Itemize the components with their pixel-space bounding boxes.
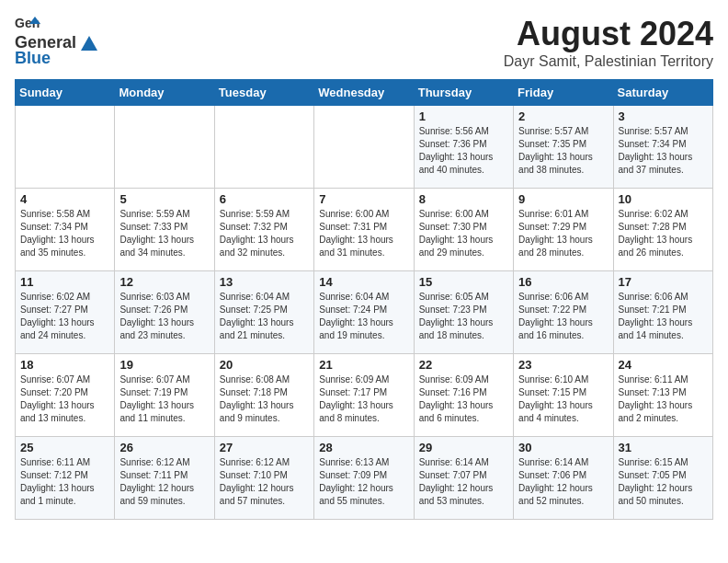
cell-daylight: Daylight: 13 hours and 14 minutes. (619, 317, 693, 340)
day-number: 13 (220, 275, 309, 289)
day-number: 3 (619, 109, 708, 123)
calendar-cell: 12 Sunrise: 6:03 AM Sunset: 7:26 PM Dayl… (115, 271, 214, 354)
cell-sunset: Sunset: 7:18 PM (220, 387, 288, 397)
cell-sunset: Sunset: 7:29 PM (518, 222, 586, 232)
cell-sunset: Sunset: 7:28 PM (619, 222, 687, 232)
cell-sunrise: Sunrise: 6:10 AM (518, 374, 588, 385)
day-number: 18 (20, 358, 109, 372)
calendar-cell (314, 106, 414, 189)
cell-sunset: Sunset: 7:09 PM (319, 470, 387, 480)
day-number: 4 (20, 192, 109, 206)
calendar-cell: 4 Sunrise: 5:58 AM Sunset: 7:34 PM Dayli… (16, 189, 115, 271)
cell-daylight: Daylight: 13 hours and 26 minutes. (619, 235, 693, 258)
day-number: 20 (220, 358, 309, 372)
day-number: 29 (419, 441, 508, 454)
cell-daylight: Daylight: 13 hours and 8 minutes. (319, 400, 393, 423)
cell-daylight: Daylight: 12 hours and 59 minutes. (119, 483, 194, 506)
calendar-cell (214, 106, 313, 189)
calendar-cell: 16 Sunrise: 6:06 AM Sunset: 7:22 PM Dayl… (514, 271, 613, 354)
calendar-week-5: 25 Sunrise: 6:11 AM Sunset: 7:12 PM Dayl… (16, 437, 713, 520)
cell-sunrise: Sunrise: 6:00 AM (419, 209, 489, 219)
calendar-week-1: 1 Sunrise: 5:56 AM Sunset: 7:36 PM Dayli… (16, 106, 713, 189)
cell-sunrise: Sunrise: 6:08 AM (220, 374, 290, 385)
day-number: 17 (619, 275, 708, 289)
calendar-week-4: 18 Sunrise: 6:07 AM Sunset: 7:20 PM Dayl… (16, 354, 713, 437)
calendar-cell: 7 Sunrise: 6:00 AM Sunset: 7:31 PM Dayli… (314, 189, 414, 271)
calendar-cell: 1 Sunrise: 5:56 AM Sunset: 7:36 PM Dayli… (414, 106, 513, 189)
cell-daylight: Daylight: 12 hours and 50 minutes. (619, 483, 693, 506)
cell-daylight: Daylight: 13 hours and 4 minutes. (518, 400, 593, 423)
day-number: 14 (319, 275, 408, 289)
col-thursday: Thursday (414, 80, 513, 106)
calendar-title: August 2024 (504, 15, 713, 53)
cell-sunset: Sunset: 7:10 PM (220, 470, 288, 480)
cell-sunrise: Sunrise: 5:56 AM (419, 126, 489, 136)
calendar-cell: 30 Sunrise: 6:14 AM Sunset: 7:06 PM Dayl… (514, 437, 613, 520)
col-friday: Friday (514, 80, 613, 106)
cell-sunrise: Sunrise: 6:07 AM (119, 374, 189, 385)
calendar-cell: 22 Sunrise: 6:09 AM Sunset: 7:16 PM Dayl… (414, 354, 513, 437)
cell-daylight: Daylight: 13 hours and 23 minutes. (119, 317, 194, 340)
day-number: 19 (119, 358, 209, 372)
col-saturday: Saturday (613, 80, 712, 106)
day-number: 6 (220, 192, 309, 206)
cell-daylight: Daylight: 13 hours and 6 minutes. (419, 400, 494, 423)
cell-sunrise: Sunrise: 5:57 AM (619, 126, 688, 136)
cell-sunrise: Sunrise: 6:04 AM (220, 292, 290, 302)
cell-sunset: Sunset: 7:13 PM (619, 387, 687, 397)
cell-daylight: Daylight: 13 hours and 35 minutes. (20, 235, 95, 258)
day-number: 23 (518, 358, 608, 372)
header: General General Blue August 2024 Dayr Sa… (15, 15, 713, 70)
cell-sunrise: Sunrise: 6:11 AM (619, 374, 688, 385)
cell-sunset: Sunset: 7:11 PM (119, 470, 188, 480)
header-row: Sunday Monday Tuesday Wednesday Thursday… (16, 80, 713, 106)
cell-sunrise: Sunrise: 6:14 AM (419, 457, 489, 467)
cell-sunset: Sunset: 7:20 PM (20, 387, 88, 397)
cell-sunrise: Sunrise: 5:59 AM (119, 209, 189, 219)
cell-sunrise: Sunrise: 5:59 AM (220, 209, 290, 219)
calendar-cell: 19 Sunrise: 6:07 AM Sunset: 7:19 PM Dayl… (115, 354, 214, 437)
cell-sunrise: Sunrise: 6:06 AM (619, 292, 688, 302)
calendar-cell: 29 Sunrise: 6:14 AM Sunset: 7:07 PM Dayl… (414, 437, 513, 520)
cell-daylight: Daylight: 13 hours and 32 minutes. (220, 235, 294, 258)
cell-sunset: Sunset: 7:30 PM (419, 222, 487, 232)
cell-sunset: Sunset: 7:23 PM (419, 304, 487, 315)
cell-daylight: Daylight: 13 hours and 9 minutes. (220, 400, 294, 423)
day-number: 28 (319, 441, 408, 454)
col-sunday: Sunday (16, 80, 115, 106)
cell-sunset: Sunset: 7:33 PM (119, 222, 188, 232)
cell-sunset: Sunset: 7:31 PM (319, 222, 387, 232)
day-number: 31 (619, 441, 708, 454)
day-number: 9 (518, 192, 608, 206)
day-number: 22 (419, 358, 508, 372)
calendar-cell (16, 106, 115, 189)
cell-sunset: Sunset: 7:34 PM (20, 222, 88, 232)
cell-daylight: Daylight: 13 hours and 38 minutes. (518, 152, 593, 175)
cell-sunrise: Sunrise: 6:12 AM (220, 457, 290, 467)
cell-sunrise: Sunrise: 6:06 AM (518, 292, 588, 302)
cell-daylight: Daylight: 13 hours and 37 minutes. (619, 152, 693, 175)
cell-sunrise: Sunrise: 6:00 AM (319, 209, 389, 219)
col-monday: Monday (115, 80, 214, 106)
cell-daylight: Daylight: 13 hours and 18 minutes. (419, 317, 494, 340)
day-number: 1 (419, 109, 508, 123)
calendar-cell: 20 Sunrise: 6:08 AM Sunset: 7:18 PM Dayl… (214, 354, 313, 437)
calendar-cell: 2 Sunrise: 5:57 AM Sunset: 7:35 PM Dayli… (514, 106, 613, 189)
cell-sunrise: Sunrise: 6:11 AM (20, 457, 90, 467)
cell-sunset: Sunset: 7:24 PM (319, 304, 387, 315)
cell-sunset: Sunset: 7:12 PM (20, 470, 88, 480)
cell-sunrise: Sunrise: 6:15 AM (619, 457, 688, 467)
cell-sunrise: Sunrise: 6:07 AM (20, 374, 90, 385)
calendar-week-3: 11 Sunrise: 6:02 AM Sunset: 7:27 PM Dayl… (16, 271, 713, 354)
cell-sunset: Sunset: 7:27 PM (20, 304, 88, 315)
cell-daylight: Daylight: 13 hours and 28 minutes. (518, 235, 593, 258)
calendar-cell: 28 Sunrise: 6:13 AM Sunset: 7:09 PM Dayl… (314, 437, 414, 520)
cell-sunset: Sunset: 7:07 PM (419, 470, 487, 480)
cell-daylight: Daylight: 13 hours and 16 minutes. (518, 317, 593, 340)
cell-sunrise: Sunrise: 5:57 AM (518, 126, 588, 136)
calendar-cell: 24 Sunrise: 6:11 AM Sunset: 7:13 PM Dayl… (613, 354, 712, 437)
cell-daylight: Daylight: 13 hours and 24 minutes. (20, 317, 95, 340)
calendar-cell: 5 Sunrise: 5:59 AM Sunset: 7:33 PM Dayli… (115, 189, 214, 271)
logo-triangle-icon (80, 35, 98, 52)
cell-sunrise: Sunrise: 5:58 AM (20, 209, 90, 219)
